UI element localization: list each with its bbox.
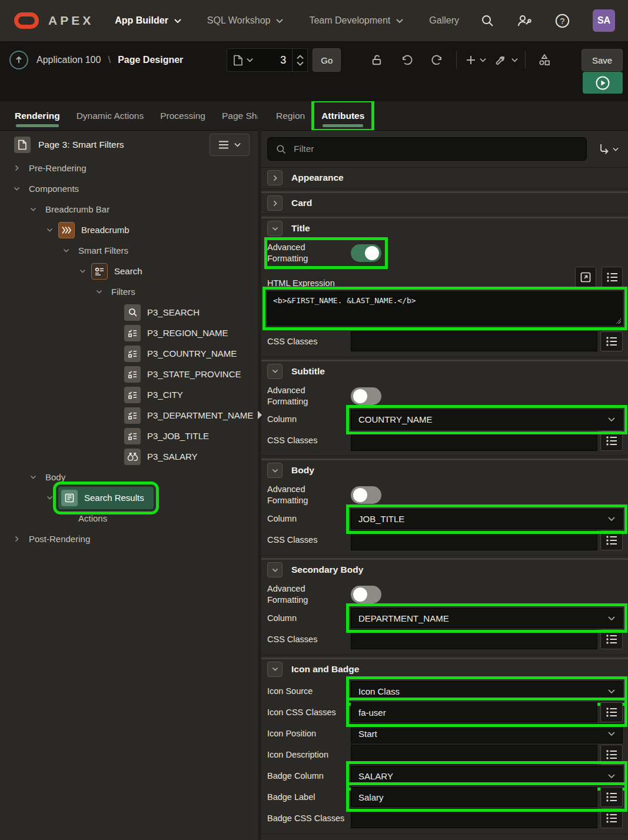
expand-section-icon[interactable]: [267, 170, 283, 185]
tab-attributes[interactable]: Attributes: [313, 101, 373, 130]
expand-section-icon[interactable]: [267, 195, 283, 211]
create-menu-button[interactable]: [460, 48, 491, 72]
input-css-classes[interactable]: [351, 629, 597, 649]
go-button[interactable]: Go: [313, 48, 341, 72]
nav-app-builder[interactable]: App Builder: [115, 15, 181, 26]
chevron-down-icon[interactable]: [26, 470, 40, 484]
run-page-button[interactable]: [583, 72, 623, 94]
collapse-section-icon[interactable]: [267, 463, 283, 478]
toggle-advanced-formatting[interactable]: [351, 387, 381, 405]
list-of-values-icon[interactable]: [600, 808, 623, 828]
tree-node-p3-country-name[interactable]: P3_COUNTRY_NAME: [0, 343, 258, 364]
section-header[interactable]: Subtitle: [261, 361, 628, 381]
section-header[interactable]: Card: [261, 193, 628, 213]
list-of-values-icon[interactable]: [600, 431, 623, 451]
tree-root-page[interactable]: Page 3: Smart Filters: [0, 132, 258, 158]
chevron-down-icon[interactable]: [42, 491, 57, 505]
chevron-down-icon[interactable]: [42, 223, 57, 237]
chevron-right-icon[interactable]: [9, 161, 24, 175]
tree-menu-button[interactable]: [210, 134, 250, 156]
input-css-classes[interactable]: [351, 331, 597, 351]
save-button[interactable]: Save: [582, 49, 623, 71]
page-finder-field[interactable]: 3: [227, 48, 293, 72]
tree-node-p3-job-title[interactable]: P3_JOB_TITLE: [0, 426, 258, 446]
tree-node-smart-filters[interactable]: Smart Filters: [0, 240, 258, 261]
input-badge-css-classes[interactable]: [351, 808, 597, 828]
tree-node-p3-region-name[interactable]: P3_REGION_NAME: [0, 323, 258, 343]
tree-node-post-rendering[interactable]: Post-Rendering: [0, 529, 258, 549]
collapse-section-icon[interactable]: [267, 562, 283, 577]
section-header[interactable]: Secondary Body: [261, 560, 628, 580]
tree-node-components[interactable]: Components: [0, 178, 258, 199]
tab-dynamic-actions[interactable]: Dynamic Actions: [68, 101, 152, 130]
tree-node-search-results[interactable]: Search Results: [0, 487, 258, 508]
lock-button[interactable]: [361, 48, 391, 72]
input-icon-css-classes[interactable]: fa-user: [351, 702, 597, 722]
list-of-values-icon[interactable]: [600, 629, 623, 649]
tree-node-p3-search[interactable]: P3_SEARCH: [0, 302, 258, 323]
section-header[interactable]: Appearance: [261, 168, 628, 188]
input-badge-label[interactable]: Salary: [351, 787, 597, 807]
breadcrumb-application[interactable]: Application 100: [36, 55, 101, 65]
chevron-down-icon[interactable]: [26, 202, 40, 217]
select-column[interactable]: DEPARTMENT_NAME: [351, 608, 623, 628]
chevron-down-icon[interactable]: [92, 285, 106, 299]
list-of-values-icon[interactable]: [600, 745, 623, 765]
undo-button[interactable]: [391, 48, 422, 72]
tab-page-shar[interactable]: Page Shar: [214, 101, 258, 130]
input-css-classes[interactable]: [351, 530, 597, 550]
redo-button[interactable]: [422, 48, 453, 72]
tree-node-breadcrumb-bar[interactable]: Breadcrumb Bar: [0, 199, 258, 220]
chevron-down-icon[interactable]: [75, 264, 89, 278]
up-level-icon[interactable]: [9, 51, 28, 69]
tree-node-body[interactable]: Body: [0, 467, 258, 487]
open-dialog-icon[interactable]: [575, 267, 596, 288]
collapse-section-icon[interactable]: [267, 221, 283, 236]
tree-node-pre-rendering[interactable]: Pre-Rendering: [0, 158, 258, 178]
filter-input[interactable]: Filter: [267, 137, 587, 161]
select-column[interactable]: JOB_TITLE: [351, 509, 623, 529]
chevron-right-icon[interactable]: [9, 532, 24, 546]
search-icon[interactable]: [480, 14, 494, 28]
list-icon[interactable]: [602, 267, 623, 288]
shared-components-button[interactable]: [529, 48, 560, 72]
select-icon-position[interactable]: Start: [351, 723, 623, 743]
chevron-down-icon[interactable]: [9, 182, 24, 196]
list-of-values-icon[interactable]: [600, 530, 623, 550]
toggle-advanced-formatting[interactable]: [351, 586, 381, 603]
splitter-handle[interactable]: [258, 411, 261, 420]
utilities-menu-button[interactable]: [491, 48, 521, 72]
nav-team-development[interactable]: Team Development: [309, 15, 403, 26]
section-header[interactable]: Icon and Badge: [261, 659, 628, 679]
toggle-advanced-formatting[interactable]: [351, 244, 381, 262]
page-spinner[interactable]: [293, 48, 308, 72]
tree-node-p3-salary[interactable]: P3_SALARY: [0, 446, 258, 467]
admin-icon[interactable]: [517, 14, 532, 28]
tree-node-p3-city[interactable]: P3_CITY: [0, 384, 258, 405]
select-icon-source[interactable]: Icon Class: [351, 681, 623, 701]
chevron-down-icon[interactable]: [59, 244, 73, 258]
tree-node-breadcrumb[interactable]: Breadcrumb: [0, 220, 258, 240]
tab-rendering[interactable]: Rendering: [6, 101, 68, 130]
go-to-group-button[interactable]: [599, 143, 619, 155]
page-number[interactable]: 3: [280, 54, 286, 67]
select-badge-column[interactable]: SALARY: [351, 766, 623, 786]
collapse-section-icon[interactable]: [267, 662, 283, 677]
input-css-classes[interactable]: [351, 431, 597, 451]
avatar[interactable]: SA: [593, 9, 615, 32]
nav-sql-workshop[interactable]: SQL Workshop: [207, 15, 284, 26]
tree-node-filters[interactable]: Filters: [0, 281, 258, 302]
input-icon-description[interactable]: [351, 745, 597, 765]
tree-node-p3-department-name[interactable]: P3_DEPARTMENT_NAME: [0, 405, 258, 426]
tree-node-actions[interactable]: Actions: [0, 508, 258, 529]
toggle-advanced-formatting[interactable]: [351, 486, 381, 504]
tree-node-p3-state-province[interactable]: P3_STATE_PROVINCE: [0, 364, 258, 384]
tab-region[interactable]: Region: [268, 101, 313, 130]
select-column[interactable]: COUNTRY_NAME: [351, 410, 623, 430]
nav-gallery[interactable]: Gallery: [429, 15, 459, 26]
list-of-values-icon[interactable]: [600, 702, 623, 722]
list-of-values-icon[interactable]: [600, 787, 623, 807]
tab-processing[interactable]: Processing: [152, 101, 214, 130]
help-icon[interactable]: ?: [554, 13, 570, 29]
list-of-values-icon[interactable]: [600, 331, 623, 351]
